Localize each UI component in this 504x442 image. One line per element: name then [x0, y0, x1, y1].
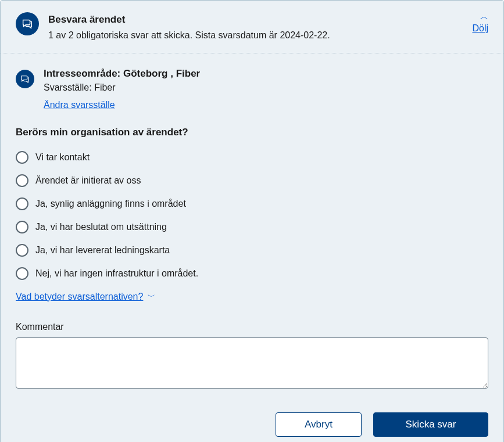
help-link-label: Vad betyder svarsalternativen?	[16, 290, 143, 304]
change-response-site-link[interactable]: Ändra svarsställe	[44, 98, 115, 112]
panel-title: Besvara ärendet	[48, 12, 472, 27]
radio-option-decided-marking[interactable]: Ja, vi har beslutat om utsättning	[16, 220, 488, 234]
response-site-line: Svarsställe: Fiber	[44, 81, 200, 95]
radio-label: Ärendet är initierat av oss	[35, 174, 141, 188]
radio-icon	[16, 197, 28, 210]
submit-button[interactable]: Skicka svar	[373, 412, 488, 437]
chat-icon	[16, 70, 34, 88]
help-expand[interactable]: Vad betyder svarsalternativen? ﹀	[16, 290, 488, 304]
comment-label: Kommentar	[16, 320, 488, 334]
radio-label: Nej, vi har ingen infrastruktur i område…	[35, 267, 198, 281]
radio-label: Ja, vi har beslutat om utsättning	[35, 220, 167, 234]
comment-textarea[interactable]	[16, 337, 488, 389]
chat-icon	[16, 12, 39, 35]
radio-option-contact[interactable]: Vi tar kontakt	[16, 150, 488, 164]
interest-area-block: Intresseområde: Göteborg , Fiber Svarsst…	[16, 66, 488, 113]
interest-area-title: Intresseområde: Göteborg , Fiber	[44, 66, 200, 81]
radio-option-delivered-map[interactable]: Ja, vi har levererat ledningskarta	[16, 243, 488, 257]
radio-option-no-infrastructure[interactable]: Nej, vi har ingen infrastruktur i område…	[16, 267, 488, 281]
radio-label: Ja, synlig anläggning finns i området	[35, 197, 186, 211]
radio-icon	[16, 267, 28, 280]
chevron-up-icon: ︿	[480, 12, 488, 20]
panel-subtitle: 1 av 2 obligatoriska svar att skicka. Si…	[48, 28, 472, 42]
cancel-button[interactable]: Avbryt	[276, 412, 362, 437]
hide-link-label: Dölj	[472, 21, 488, 35]
radio-label: Vi tar kontakt	[35, 150, 90, 164]
radio-group: Vi tar kontakt Ärendet är initierat av o…	[16, 150, 488, 281]
radio-icon	[16, 151, 28, 164]
radio-option-visible-facility[interactable]: Ja, synlig anläggning finns i området	[16, 197, 488, 211]
radio-option-initiated-by-us[interactable]: Ärendet är initierat av oss	[16, 174, 488, 188]
panel-body: Intresseområde: Göteborg , Fiber Svarsst…	[1, 53, 503, 443]
radio-icon	[16, 174, 28, 187]
answer-case-panel: Besvara ärendet 1 av 2 obligatoriska sva…	[0, 0, 504, 442]
question-label: Berörs min organisation av ärendet?	[16, 125, 488, 140]
chevron-down-icon: ﹀	[148, 291, 155, 303]
button-row: Avbryt Skicka svar	[16, 412, 488, 437]
interest-area-text: Intresseområde: Göteborg , Fiber Svarsst…	[44, 66, 200, 113]
header-text: Besvara ärendet 1 av 2 obligatoriska sva…	[48, 12, 472, 42]
radio-icon	[16, 221, 28, 233]
radio-icon	[16, 244, 28, 257]
panel-header: Besvara ärendet 1 av 2 obligatoriska sva…	[1, 1, 503, 53]
hide-toggle[interactable]: ︿ Dölj	[472, 12, 488, 42]
radio-label: Ja, vi har levererat ledningskarta	[35, 243, 170, 257]
